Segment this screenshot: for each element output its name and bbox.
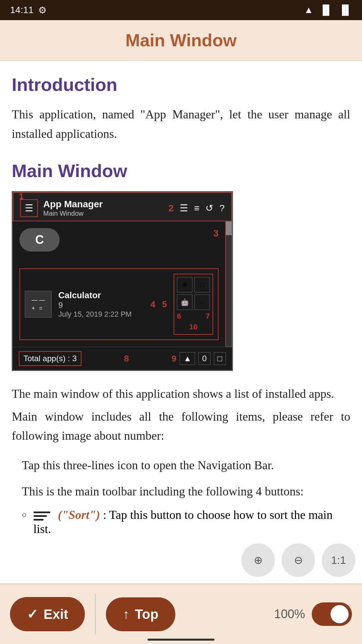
- exit-label: Exit: [44, 607, 68, 622]
- status-time: 14:11: [10, 5, 34, 15]
- calc-name: Calculator: [58, 290, 144, 301]
- scroll-area: C 3 —— += Calculator 9 July 15, 2019 2:: [13, 221, 232, 347]
- scroll-thumb: [226, 222, 232, 235]
- list-item-1-text: Tap this three-lines icon to open the Na…: [22, 456, 274, 475]
- sub-list-content: ("Sort") : Tap this button to choose how…: [34, 508, 351, 536]
- label-5: 5: [162, 299, 167, 310]
- up-arrow-icon: ↑: [123, 607, 129, 622]
- zoom-reset-button[interactable]: 1:1: [322, 543, 355, 577]
- app-footer: Total app(s) : 3 8 9 ▲ 0 □: [13, 347, 232, 370]
- label-6: 6: [177, 312, 181, 321]
- toggle-circle: [330, 605, 349, 623]
- toggle-button[interactable]: [312, 602, 352, 626]
- scroll-bar: [225, 221, 232, 347]
- body-text-1: The main window of this application show…: [12, 384, 350, 404]
- calc-num: 9: [58, 301, 144, 310]
- app-list-icon: —— +=: [25, 291, 52, 318]
- signal-icon: ▐▌: [319, 5, 333, 15]
- action-bottom-row: 🤖 ···: [177, 294, 210, 310]
- top-label: Top: [135, 607, 158, 622]
- numbered-list: Tap this three-lines icon to open the Na…: [12, 456, 350, 501]
- page-header: Main Window: [0, 20, 362, 61]
- total-apps-label: Total app(s) : 3: [19, 351, 81, 366]
- label-2: 2: [169, 203, 174, 214]
- sort-label: ("Sort"): [58, 508, 100, 522]
- hamburger-icon: ☰: [20, 199, 38, 217]
- label-8: 8: [124, 354, 129, 364]
- list-item-1: Tap this three-lines icon to open the Na…: [22, 456, 350, 475]
- divider: [95, 594, 96, 634]
- sort-icon: ☰: [180, 203, 188, 214]
- zoom-in-button[interactable]: ⊕: [241, 543, 275, 577]
- check-icon: ✓: [27, 606, 38, 622]
- page-title: Main Window: [7, 30, 355, 50]
- footer-controls: 9 ▲ 0 □: [172, 352, 226, 365]
- list-item-2: This is the main toolbar including the f…: [22, 482, 350, 501]
- status-bar: 14:11 ⚙ ▲ ▐▌ ▐▌: [0, 0, 362, 20]
- label-3: 3: [213, 228, 219, 239]
- up-arrow-icon: ▲: [180, 352, 195, 365]
- android-icon: 🤖: [177, 294, 192, 310]
- section-introduction-title: Introduction: [12, 74, 350, 95]
- more-icon: ···: [194, 294, 210, 310]
- filter-icon: ≡: [194, 203, 199, 214]
- freeze-icon: ❄: [177, 277, 192, 292]
- refresh-icon: ↺: [205, 203, 213, 214]
- label-7: 7: [206, 312, 210, 321]
- zero-label: 0: [198, 352, 210, 365]
- exit-button[interactable]: ✓ Exit: [10, 597, 85, 631]
- label-4: 4: [150, 299, 155, 310]
- zoom-percent-label: 100%: [274, 607, 305, 621]
- app-body: C 3 —— += Calculator 9 July 15, 2019 2:: [13, 221, 225, 347]
- bullet-icon: ○: [22, 511, 27, 520]
- bottom-bar: ✓ Exit ↑ Top 100%: [0, 584, 362, 644]
- gear-icon: ⚙: [38, 5, 47, 16]
- sort-lines-icon: [34, 512, 50, 521]
- action-top-row: ❄ □: [177, 277, 210, 292]
- calc-date: July 15, 2019 2:22 PM: [58, 310, 144, 319]
- screenshot-app-sub: Main Window: [43, 210, 103, 217]
- content-area: Introduction This application, named "Ap…: [0, 61, 362, 601]
- body-text-2: Main window includes all the following i…: [12, 407, 350, 446]
- intro-text: This application, named "App Manager", l…: [12, 105, 350, 144]
- sub-list: ○ ("Sort") : Tap this button to choose h…: [12, 508, 350, 536]
- screenshot-toolbar: 1 ☰ App Manager Main Window 2 ☰ ≡ ↺ ?: [13, 192, 232, 221]
- toolbar-right: 2 ☰ ≡ ↺ ?: [169, 203, 225, 214]
- help-icon: ?: [219, 203, 225, 214]
- screenshot-app-name: App Manager: [43, 199, 103, 210]
- app-screenshot: 1 ☰ App Manager Main Window 2 ☰ ≡ ↺ ?: [12, 191, 233, 371]
- app-list-item: —— += Calculator 9 July 15, 2019 2:22 PM…: [19, 268, 219, 340]
- window-icon: □: [194, 277, 210, 292]
- home-indicator: [147, 639, 215, 641]
- list-item-2-text: This is the main toolbar including the f…: [22, 482, 304, 501]
- zoom-overlay: ⊕ ⊖ 1:1: [241, 543, 355, 577]
- app-actions: ❄ □ 🤖 ··· 6 7 10: [174, 274, 213, 335]
- app-large-icon: C: [19, 228, 60, 252]
- app-list-info: Calculator 9 July 15, 2019 2:22 PM: [58, 290, 144, 319]
- wifi-icon: ▲: [304, 5, 313, 15]
- label-9: 9: [172, 354, 176, 364]
- top-button[interactable]: ↑ Top: [106, 597, 175, 631]
- zoom-out-button[interactable]: ⊖: [282, 543, 315, 577]
- section-main-window-title: Main Window: [12, 160, 350, 181]
- app-name-block: App Manager Main Window: [43, 199, 103, 217]
- sub-list-item-sort: ○ ("Sort") : Tap this button to choose h…: [22, 508, 350, 536]
- battery-icon: ▐▌: [339, 5, 352, 15]
- action-labels: 6 7: [177, 312, 210, 321]
- window-icon-footer: □: [214, 352, 226, 365]
- label-10: 10: [189, 323, 197, 331]
- label-1: 1: [19, 191, 23, 202]
